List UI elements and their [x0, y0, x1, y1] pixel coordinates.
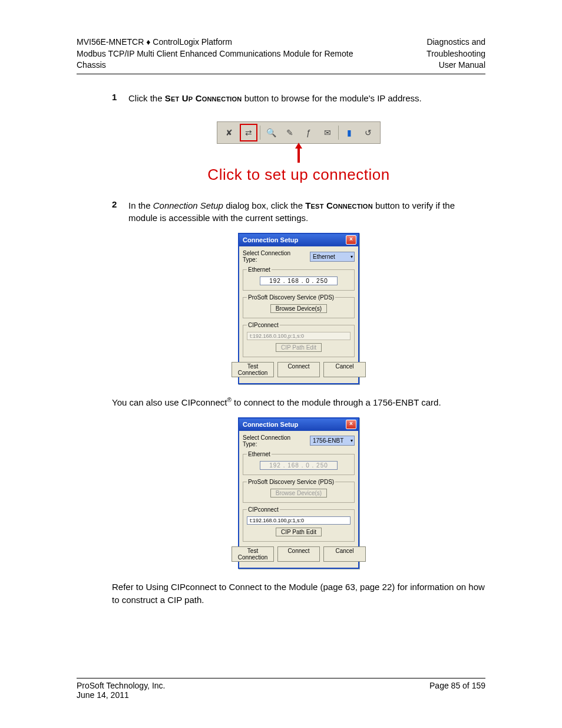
step-text: In the Connection Setup dialog box, clic…	[128, 199, 485, 225]
step-2: 2 In the Connection Setup dialog box, cl…	[112, 199, 485, 225]
cancel-button[interactable]: Cancel	[323, 546, 366, 562]
cipconnect-group: CIPconnect t:192.168.0.100,p:1,s:0 CIP P…	[243, 322, 355, 357]
toolbar-btn-edit[interactable]: ✎	[282, 124, 298, 141]
pds-group: ProSoft Discovery Service (PDS) Browse D…	[243, 479, 355, 503]
connection-setup-dialog: Connection Setup × Select Connection Typ…	[238, 233, 359, 384]
registered-mark: ®	[227, 397, 231, 403]
select-connection-label: Select Connection Type:	[243, 250, 306, 263]
ip-address-input: 192 . 168 . 0 . 250	[260, 461, 338, 470]
step-1: 1 Click the Set Up Connection button to …	[112, 92, 485, 105]
toolbar-separator	[260, 126, 260, 140]
close-icon[interactable]: ×	[346, 420, 356, 429]
toolbar: ✘ ⇄ 🔍 ✎ ƒ ✉ ▮ ↺	[217, 121, 381, 144]
document-page: MVI56E-MNETCR ♦ ControlLogix Platform Mo…	[0, 0, 562, 728]
header-rule	[77, 74, 485, 74]
dialog-title: Connection Setup	[243, 421, 298, 428]
footer-rule	[77, 678, 485, 678]
pds-legend: ProSoft Discovery Service (PDS)	[247, 479, 335, 485]
company-name: ProSoft Technology, Inc.	[77, 681, 165, 690]
ethernet-group: Ethernet 192 . 168 . 0 . 250	[243, 266, 355, 291]
cipconnect-legend: CIPconnect	[247, 322, 280, 328]
browse-devices-button[interactable]: Browse Device(s)	[270, 304, 327, 313]
dialog-titlebar: Connection Setup ×	[239, 419, 358, 431]
ip-address-input[interactable]: 192 . 168 . 0 . 250	[260, 276, 338, 285]
text: button to browse for the module's IP add…	[242, 93, 422, 103]
header-platform: ControlLogix Platform	[150, 37, 232, 47]
header-section: Diagnostics and Troubleshooting	[371, 37, 485, 60]
close-icon[interactable]: ×	[346, 235, 356, 245]
dialog-titlebar: Connection Setup ×	[239, 234, 358, 246]
text: to connect to the module through a 1756-…	[232, 397, 441, 407]
header-doc-type: User Manual	[371, 60, 485, 71]
pds-group: ProSoft Discovery Service (PDS) Browse D…	[243, 294, 355, 318]
cip-path-display: t:192.168.0.100,p:1,s:0	[247, 332, 351, 340]
toolbar-btn-zoom[interactable]: 🔍	[263, 124, 279, 141]
text: In the	[128, 200, 153, 210]
step-text: Click the Set Up Connection button to br…	[128, 92, 422, 105]
step-number: 2	[112, 199, 128, 225]
cipconnect-group: CIPconnect t:192.168.0.100,p:1,s:0 CIP P…	[243, 506, 355, 542]
cancel-button[interactable]: Cancel	[323, 362, 366, 377]
page-content: 1 Click the Set Up Connection button to …	[77, 92, 485, 607]
toolbar-caption: Click to set up connection	[112, 166, 485, 184]
connection-setup-dialog-enbt: Connection Setup × Select Connection Typ…	[238, 417, 359, 569]
connect-button[interactable]: Connect	[277, 362, 320, 377]
test-connection-button[interactable]: Test Connection	[232, 362, 274, 377]
toolbar-btn-refresh[interactable]: ↺	[360, 124, 376, 141]
toolbar-btn-fx[interactable]: ƒ	[300, 124, 317, 141]
dialog-1-figure: Connection Setup × Select Connection Typ…	[112, 233, 485, 384]
toolbar-btn-chart[interactable]: ▮	[341, 124, 358, 141]
header-left: MVI56E-MNETCR ♦ ControlLogix Platform Mo…	[77, 37, 371, 71]
connect-button[interactable]: Connect	[277, 546, 320, 562]
cipconnect-legend: CIPconnect	[247, 506, 280, 513]
step-number: 1	[112, 92, 128, 105]
cip-path-edit-button[interactable]: CIP Path Edit	[276, 343, 322, 352]
pds-legend: ProSoft Discovery Service (PDS)	[247, 294, 335, 301]
ethernet-legend: Ethernet	[247, 266, 272, 273]
cip-path-input[interactable]: t:192.168.0.100,p:1,s:0	[247, 516, 351, 525]
select-connection-label: Select Connection Type:	[243, 434, 306, 447]
connection-type-dropdown[interactable]: 1756-ENBT	[310, 436, 355, 446]
cip-path-edit-button[interactable]: CIP Path Edit	[276, 528, 322, 536]
dialog-name: Connection Setup	[153, 200, 223, 210]
header-product: MVI56E-MNETCR	[77, 37, 146, 47]
toolbar-figure: ✘ ⇄ 🔍 ✎ ƒ ✉ ▮ ↺	[112, 121, 485, 164]
dialog-title: Connection Setup	[243, 236, 298, 243]
set-up-connection-label: Set Up Connection	[165, 93, 242, 103]
svg-marker-0	[295, 143, 302, 163]
page-number: Page 85 of 159	[429, 681, 485, 700]
toolbar-btn-1[interactable]: ✘	[221, 124, 237, 141]
annotation-arrow	[112, 143, 485, 164]
dialog-2-figure: Connection Setup × Select Connection Typ…	[112, 417, 485, 569]
footer-date: June 14, 2011	[77, 690, 165, 700]
footer-left: ProSoft Technology, Inc. June 14, 2011	[77, 681, 165, 700]
browse-devices-button: Browse Device(s)	[270, 489, 327, 498]
header-right: Diagnostics and Troubleshooting User Man…	[371, 37, 485, 71]
text: Click the	[128, 93, 165, 103]
refer-paragraph: Refer to Using CIPconnect to Connect to …	[112, 581, 485, 607]
header-subtitle: Modbus TCP/IP Multi Client Enhanced Comm…	[77, 48, 371, 71]
text: dialog box, click the	[223, 200, 305, 210]
text: You can also use CIPconnect	[112, 397, 227, 407]
set-up-connection-button[interactable]: ⇄	[240, 124, 257, 141]
cipconnect-paragraph: You can also use CIPconnect® to connect …	[112, 396, 485, 409]
page-footer: ProSoft Technology, Inc. June 14, 2011 P…	[77, 678, 485, 700]
test-connection-button[interactable]: Test Connection	[232, 546, 274, 562]
toolbar-btn-mail[interactable]: ✉	[319, 124, 336, 141]
toolbar-separator	[338, 126, 339, 140]
test-connection-label: Test Connection	[305, 200, 373, 210]
page-header: MVI56E-MNETCR ♦ ControlLogix Platform Mo…	[77, 37, 485, 71]
ethernet-group: Ethernet 192 . 168 . 0 . 250	[243, 451, 355, 475]
connection-type-dropdown[interactable]: Ethernet	[310, 252, 355, 262]
ethernet-legend: Ethernet	[247, 451, 272, 457]
